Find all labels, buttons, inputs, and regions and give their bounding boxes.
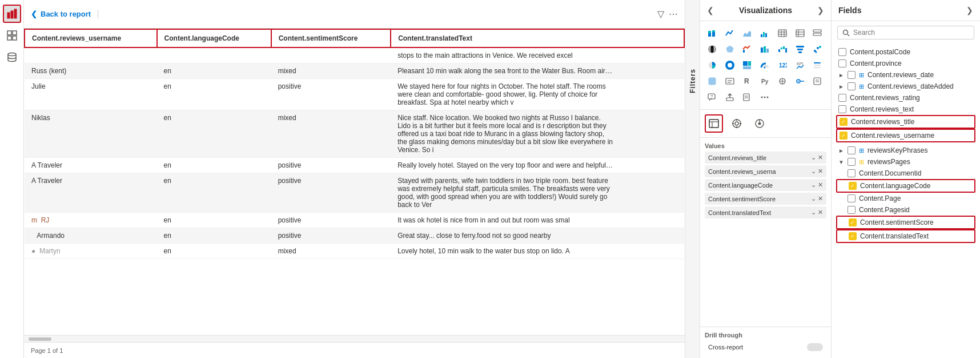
viz-area-icon[interactable] [740,26,754,41]
viz-waterfall-icon[interactable] [775,42,790,57]
viz-text-box-icon[interactable] [722,74,737,89]
viz-decomp-icon[interactable] [775,74,790,89]
field-checkbox-documentid[interactable] [848,169,856,177]
viz-field-reviews-title: Content.reviews_title ⌄ ✕ [705,152,826,164]
field-checkbox-reviews-date[interactable] [848,71,856,79]
field-checkbox-reviews-title[interactable]: ✓ [840,118,848,126]
svg-point-46 [728,63,732,67]
viz-ribbon-icon[interactable] [757,42,772,57]
viz-r-script-icon[interactable]: R [740,74,754,89]
field-item-reviewsKeyPhrases[interactable]: ► ⊞ reviewsKeyPhrases [836,145,975,156]
cell-username: Julie [25,79,157,110]
field-checkbox-languageCode[interactable]: ✓ [849,182,857,190]
expand-arrow[interactable]: ▼ [838,159,844,165]
expand-arrow[interactable]: ► [838,72,844,78]
cross-report-toggle[interactable] [807,343,823,351]
viz-more-icon[interactable] [757,90,772,105]
svg-rect-34 [781,47,782,49]
expand-arrow[interactable]: ► [838,148,844,154]
field-checkbox-reviewsPages[interactable] [848,158,856,166]
viz-build-icon[interactable] [705,114,723,133]
viz-field-icons[interactable]: ⌄ ✕ [811,181,823,189]
more-options-icon[interactable]: ⋯ [669,9,678,19]
field-checkbox-reviews-rating[interactable] [838,94,846,102]
field-checkbox-page[interactable] [848,194,856,202]
viz-kpi-icon[interactable]: KPI [793,58,808,73]
viz-paginated-icon[interactable] [740,90,754,105]
fields-panel-expand-arrow[interactable]: ❯ [966,6,973,15]
viz-treemap-icon[interactable] [740,58,754,73]
viz-multi-row-card-icon[interactable] [810,26,825,41]
viz-field-icons[interactable]: ⌄ ✕ [811,209,823,216]
field-item-pagesid[interactable]: Content.Pagesid [836,204,975,216]
h-scrollbar-thumb[interactable] [29,337,51,341]
field-item-reviews-title[interactable]: ✓ Content.reviews_title [836,115,975,129]
field-checkbox-postalCode[interactable] [838,48,846,56]
field-item-reviews-dateAdded[interactable]: ► ⊞ Content.reviews_dateAdded [836,81,975,92]
bar-chart-sidebar-icon[interactable] [3,5,21,23]
back-to-report-button[interactable]: ❮ Back to report [31,10,98,18]
viz-matrix-icon[interactable] [793,26,808,41]
viz-funnel-icon[interactable] [793,42,808,57]
viz-smart-narrative-icon[interactable] [810,74,825,89]
field-item-province[interactable]: Content.province [836,58,975,69]
viz-analytics-icon[interactable] [750,114,769,133]
field-item-postalCode[interactable]: Content.postalCode [836,46,975,58]
field-item-languageCode[interactable]: ✓ Content.languageCode [836,179,975,193]
viz-slicer-icon[interactable] [810,58,825,73]
viz-key-influencers-icon[interactable] [793,74,808,89]
viz-panel-expand-arrow[interactable]: ❯ [817,6,824,15]
field-checkbox-reviews-text[interactable] [838,105,846,113]
field-checkbox-reviewsKeyPhrases[interactable] [848,146,856,154]
field-checkbox-pagesid[interactable] [848,206,856,214]
fields-search-input[interactable] [853,29,969,37]
h-scrollbar[interactable] [24,335,685,342]
field-item-page[interactable]: Content.Page [836,193,975,204]
expand-arrow[interactable]: ► [838,83,844,90]
field-label: Content.Pagesid [859,206,910,214]
cell-username: Niklas [25,110,157,158]
viz-field-icons[interactable]: ⌄ ✕ [811,154,823,161]
viz-field-icons[interactable]: ⌄ ✕ [811,168,823,175]
grid-sidebar-icon[interactable] [3,26,21,45]
field-item-reviews-text[interactable]: Content.reviews_text [836,104,975,115]
table-wrapper[interactable]: Content.reviews_username Content.languag… [24,29,685,335]
filter-icon[interactable]: ▽ [657,9,664,19]
viz-clustered-bar-icon[interactable] [757,26,772,41]
viz-qa-icon[interactable]: ? [705,90,720,105]
viz-python-icon[interactable]: Py [757,74,772,89]
viz-pie-icon[interactable] [705,58,720,73]
data-sidebar-icon[interactable] [3,48,21,66]
field-item-reviews-date[interactable]: ► ⊞ Content.reviews_date [836,69,975,81]
field-item-reviews-rating[interactable]: Content.reviews_rating [836,92,975,104]
field-item-translatedText[interactable]: ✓ Content.translatedText [836,229,975,243]
viz-filled-map-icon[interactable] [722,42,737,57]
viz-card-icon[interactable]: 123 [775,58,790,73]
table-row: A Traveler en positive Stayed with paren… [25,173,684,213]
viz-export-icon[interactable] [722,90,737,105]
viz-field-icons[interactable]: ⌄ ✕ [811,195,823,202]
viz-stacked-bar-icon[interactable] [705,26,720,41]
viz-panel-collapse-arrow[interactable]: ❮ [707,6,714,15]
field-item-reviewsPages[interactable]: ▼ ⊞ reviewsPages [836,156,975,168]
viz-gauge-icon[interactable] [757,58,772,73]
field-checkbox-reviews-username[interactable]: ✓ [840,132,848,140]
field-item-sentimentScore[interactable]: ✓ Content.sentimentScore [836,216,975,229]
field-item-documentid[interactable]: Content.Documentid [836,168,975,179]
viz-map-icon[interactable] [705,42,720,57]
viz-shape-icon[interactable] [705,74,720,89]
field-checkbox-translatedText[interactable]: ✓ [849,232,857,240]
viz-format-icon[interactable] [728,114,746,133]
viz-donut-icon[interactable] [722,58,737,73]
field-checkbox-sentimentScore[interactable]: ✓ [849,218,857,226]
viz-line-clustered-icon[interactable] [740,42,754,57]
field-checkbox-reviews-dateAdded[interactable] [848,82,856,90]
fields-search-box[interactable] [837,26,974,39]
viz-line-icon[interactable] [722,26,737,41]
viz-scatter-icon[interactable] [810,42,825,57]
filters-panel: Filters [685,0,700,358]
field-checkbox-province[interactable] [838,59,846,67]
field-item-reviews-username[interactable]: ✓ Content.reviews_username [836,129,975,142]
table-icon: ⊞ [859,147,864,154]
viz-table-icon[interactable] [775,26,790,41]
